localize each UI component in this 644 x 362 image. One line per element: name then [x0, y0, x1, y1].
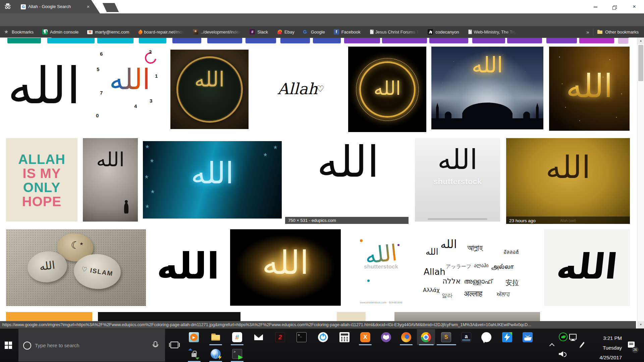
scroll-down-arrow[interactable]: ▼: [638, 321, 644, 328]
admin-console-icon: [42, 29, 48, 35]
bookmark-web-ministry[interactable]: Web-Ministry, The Tru: [468, 29, 516, 35]
image-result-colorful-art[interactable]: الله shutterstock www.shutterstock.com ·…: [347, 229, 415, 306]
bookmark-google[interactable]: GGoogle: [303, 29, 325, 35]
bookmark-codecanyon[interactable]: codecanyon: [428, 29, 459, 35]
color-filter-chip[interactable]: [382, 38, 427, 43]
chrome-icon[interactable]: [421, 332, 431, 342]
bookmark-facebook[interactable]: fFacebook: [334, 29, 361, 35]
image-result-gold-canvas[interactable]: الله Allah (swt) 23 hours ago: [506, 138, 630, 224]
bookmark-development[interactable]: ../development/index: [193, 29, 241, 35]
terminal-run-icon[interactable]: [232, 349, 242, 359]
window-close-button[interactable]: ×: [627, 2, 642, 11]
scrollbar-thumb[interactable]: [638, 45, 643, 81]
color-filter-chip[interactable]: [344, 38, 380, 43]
power-ring-icon[interactable]: [318, 332, 328, 342]
sync-lock-icon[interactable]: [189, 349, 199, 359]
partial-image-row[interactable]: [6, 312, 92, 321]
image-result-gold-glitter-circle[interactable]: الله: [348, 47, 426, 132]
image-result-blue-glow[interactable]: * * * * * * * الله: [143, 141, 282, 219]
shutterstock-credit: www.shutterstock.com · 504481848: [347, 301, 415, 304]
amazon-drive-icon[interactable]: [523, 332, 533, 342]
bookmark-board-repair[interactable]: board-repair.net/mos: [138, 29, 184, 35]
image-result-medallion[interactable]: الله: [170, 50, 249, 129]
color-filter-chip[interactable]: [139, 38, 166, 43]
image-result-cursive-allah[interactable]: Allah ♡: [255, 46, 347, 132]
spyhunter-icon[interactable]: [275, 332, 285, 342]
color-filter-chip[interactable]: [172, 38, 201, 43]
color-filter-chip[interactable]: [546, 38, 577, 43]
heart-icon: ♡: [316, 84, 324, 94]
window-restore-button[interactable]: [607, 2, 623, 11]
image-result-shutterstock-gray[interactable]: الله shutterstock: [415, 138, 500, 222]
image-result-mosque-night[interactable]: الله: [431, 47, 543, 129]
color-filter-chip[interactable]: [7, 38, 41, 43]
mail-icon[interactable]: [254, 332, 264, 342]
image-result-golden-3d[interactable]: الله: [549, 47, 630, 131]
color-filter-chip[interactable]: [207, 38, 242, 43]
watermark: shutterstock: [415, 177, 500, 186]
clock-date: 4/25/2017: [585, 353, 622, 362]
calculator-icon[interactable]: [339, 332, 350, 342]
new-tab-button[interactable]: [103, 3, 119, 12]
chat-bubble-icon[interactable]: [481, 332, 491, 342]
tray-speaker-icon[interactable]: [559, 351, 563, 357]
color-filter-chip[interactable]: [246, 38, 276, 43]
image-result-edupics-coloring[interactable]: الله: [287, 138, 409, 224]
image-result-allah-languages[interactable]: الله الله আল্লাহ อัลลอฮ์ アッラーフ ალაჰი அல்…: [421, 229, 538, 306]
image-result-brush-calligraphy[interactable]: الله: [152, 229, 224, 306]
bookmark-gmail[interactable]: marty@iernc.com: [87, 29, 129, 35]
color-filter-chip[interactable]: [507, 38, 542, 43]
color-filter-chip[interactable]: [472, 38, 505, 43]
image-result-wall-calligraphy[interactable]: الله: [83, 138, 138, 222]
other-bookmarks-folder[interactable]: Other bookmarks: [597, 29, 639, 35]
bookmarks-overflow-chevron[interactable]: »: [586, 29, 589, 35]
window-minimize-button[interactable]: [588, 2, 603, 11]
running-indicator: [209, 344, 222, 345]
image-result-coloring-page[interactable]: الله 6 2 5 7 1 3 4 0: [95, 47, 165, 131]
image-result-radiant-glow[interactable]: الله: [230, 229, 341, 306]
file-explorer-icon[interactable]: [211, 332, 221, 342]
image-result-allah-is-my-only-hope[interactable]: ALLAH IS MY ONLY HOPE: [6, 138, 77, 222]
image-result-black-calligraphy[interactable]: الله: [0, 46, 88, 132]
aimp-icon[interactable]: a: [461, 332, 471, 342]
lightning-app-icon[interactable]: [502, 332, 512, 342]
slack-hash-icon: #: [250, 29, 255, 35]
start-button[interactable]: [5, 342, 13, 350]
scrollbar[interactable]: ▲ ▼: [637, 38, 644, 328]
bookmark-slack[interactable]: #Slack: [250, 29, 268, 35]
github-icon[interactable]: [381, 332, 391, 342]
image-result-bold-calligraphy[interactable]: الله: [544, 229, 630, 306]
partial-image-row[interactable]: [337, 312, 366, 321]
color-filter-chip[interactable]: [618, 38, 628, 43]
tab-close-icon[interactable]: ×: [85, 3, 92, 10]
bookmark-ebay[interactable]: Ebay: [277, 29, 294, 35]
partial-image-row[interactable]: [394, 312, 540, 321]
bookmark-bookmarks[interactable]: ★Bookmarks: [4, 29, 34, 35]
slack-icon[interactable]: [232, 332, 242, 342]
taskbar-clock[interactable]: 3:21 PM Tuesday 4/25/2017: [585, 333, 622, 362]
xampp-icon[interactable]: X: [360, 332, 370, 342]
bookmark-jesus-christ-forums[interactable]: Jesus Christ Forums T: [369, 29, 419, 35]
task-view-button[interactable]: [170, 342, 178, 348]
partial-image-row[interactable]: [98, 312, 240, 321]
clock-day: Tuesday: [585, 343, 622, 353]
globe-browser-icon[interactable]: [211, 349, 221, 359]
color-filter-chip[interactable]: [429, 38, 468, 43]
tray-cloud-icon[interactable]: [559, 333, 568, 341]
sublime-text-icon[interactable]: S: [441, 332, 451, 342]
color-filter-chip[interactable]: [579, 38, 614, 43]
microphone-icon[interactable]: [154, 341, 157, 347]
tray-network-icon[interactable]: [569, 334, 577, 340]
mosque-silhouette: [431, 98, 543, 129]
facebook-icon: f: [334, 29, 339, 35]
color-filter-chip[interactable]: [97, 38, 133, 43]
firefox-icon[interactable]: [401, 332, 411, 342]
color-filter-chip[interactable]: [280, 38, 310, 43]
powerdvd-icon[interactable]: [189, 332, 199, 342]
color-filter-chip[interactable]: [313, 38, 341, 43]
scroll-up-arrow[interactable]: ▲: [638, 38, 644, 44]
color-filter-chip[interactable]: [47, 38, 95, 43]
image-result-islam-pebbles[interactable]: ☾ ★ الله ♡ ISLAM: [6, 229, 146, 306]
bookmark-admin-console[interactable]: Admin console: [42, 29, 78, 35]
command-prompt-icon[interactable]: [297, 332, 307, 342]
